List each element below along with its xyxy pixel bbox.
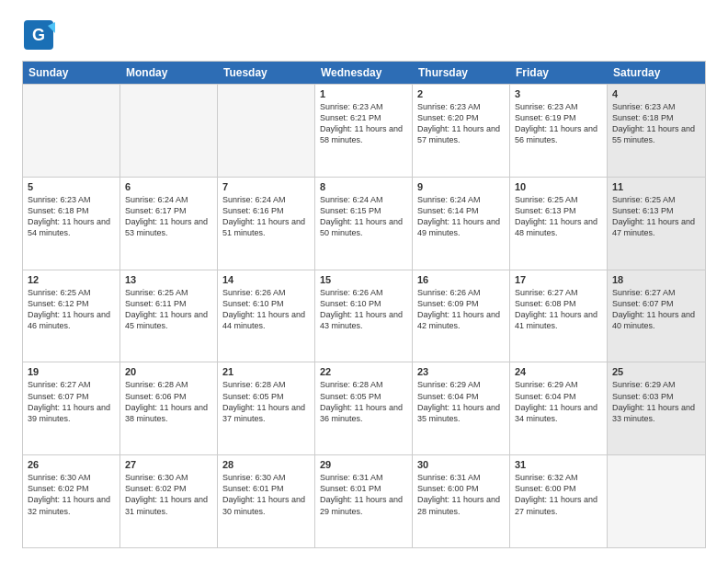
calendar-cell-14: 14Sunrise: 6:26 AMSunset: 6:10 PMDayligh… <box>218 270 315 362</box>
day-number: 18 <box>612 274 700 285</box>
calendar-header: SundayMondayTuesdayWednesdayThursdayFrid… <box>23 62 705 84</box>
cell-info: Sunrise: 6:26 AMSunset: 6:09 PMDaylight:… <box>417 287 505 332</box>
weekday-header-monday: Monday <box>120 62 218 84</box>
cell-info: Sunrise: 6:23 AMSunset: 6:18 PMDaylight:… <box>612 101 700 146</box>
cell-info: Sunrise: 6:32 AMSunset: 6:00 PMDaylight:… <box>515 472 602 517</box>
cell-info: Sunrise: 6:26 AMSunset: 6:10 PMDaylight:… <box>222 287 310 332</box>
calendar-row-1: 5Sunrise: 6:23 AMSunset: 6:18 PMDaylight… <box>23 177 705 270</box>
cell-info: Sunrise: 6:25 AMSunset: 6:12 PMDaylight:… <box>28 287 115 332</box>
calendar-cell-6: 6Sunrise: 6:24 AMSunset: 6:17 PMDaylight… <box>120 178 218 270</box>
weekday-header-wednesday: Wednesday <box>315 62 413 84</box>
day-number: 31 <box>515 459 602 470</box>
weekday-header-thursday: Thursday <box>413 62 510 84</box>
calendar-cell-24: 24Sunrise: 6:29 AMSunset: 6:04 PMDayligh… <box>510 362 608 454</box>
calendar-cell-empty-1 <box>120 85 218 177</box>
day-number: 20 <box>125 366 212 377</box>
calendar-cell-30: 30Sunrise: 6:31 AMSunset: 6:00 PMDayligh… <box>413 455 510 547</box>
calendar-cell-28: 28Sunrise: 6:30 AMSunset: 6:01 PMDayligh… <box>218 455 315 547</box>
day-number: 3 <box>515 88 602 99</box>
day-number: 13 <box>125 274 212 285</box>
cell-info: Sunrise: 6:27 AMSunset: 6:08 PMDaylight:… <box>515 287 602 332</box>
cell-info: Sunrise: 6:23 AMSunset: 6:20 PMDaylight:… <box>417 101 505 146</box>
calendar-cell-11: 11Sunrise: 6:25 AMSunset: 6:13 PMDayligh… <box>608 178 705 270</box>
page: G SundayMondayTuesdayWednesdayThursdayFr… <box>0 0 728 563</box>
calendar-cell-15: 15Sunrise: 6:26 AMSunset: 6:10 PMDayligh… <box>315 270 413 362</box>
cell-info: Sunrise: 6:24 AMSunset: 6:16 PMDaylight:… <box>222 194 310 239</box>
cell-info: Sunrise: 6:28 AMSunset: 6:05 PMDaylight:… <box>222 379 310 424</box>
cell-info: Sunrise: 6:28 AMSunset: 6:05 PMDaylight:… <box>320 379 407 424</box>
day-number: 7 <box>222 181 310 192</box>
cell-info: Sunrise: 6:25 AMSunset: 6:13 PMDaylight:… <box>612 194 700 239</box>
day-number: 25 <box>612 366 700 377</box>
calendar-row-4: 26Sunrise: 6:30 AMSunset: 6:02 PMDayligh… <box>23 454 705 547</box>
calendar-cell-9: 9Sunrise: 6:24 AMSunset: 6:14 PMDaylight… <box>413 178 510 270</box>
weekday-header-friday: Friday <box>510 62 608 84</box>
logo: G <box>22 18 59 52</box>
calendar-cell-2: 2Sunrise: 6:23 AMSunset: 6:20 PMDaylight… <box>413 85 510 177</box>
cell-info: Sunrise: 6:27 AMSunset: 6:07 PMDaylight:… <box>612 287 700 332</box>
calendar-cell-21: 21Sunrise: 6:28 AMSunset: 6:05 PMDayligh… <box>218 362 315 454</box>
day-number: 29 <box>320 459 407 470</box>
calendar-cell-empty-0 <box>23 85 120 177</box>
weekday-header-tuesday: Tuesday <box>218 62 315 84</box>
calendar-row-0: 1Sunrise: 6:23 AMSunset: 6:21 PMDaylight… <box>23 84 705 177</box>
day-number: 24 <box>515 366 602 377</box>
calendar-cell-1: 1Sunrise: 6:23 AMSunset: 6:21 PMDaylight… <box>315 85 413 177</box>
cell-info: Sunrise: 6:28 AMSunset: 6:06 PMDaylight:… <box>125 379 212 424</box>
day-number: 30 <box>417 459 505 470</box>
calendar-cell-10: 10Sunrise: 6:25 AMSunset: 6:13 PMDayligh… <box>510 178 608 270</box>
day-number: 12 <box>28 274 115 285</box>
cell-info: Sunrise: 6:29 AMSunset: 6:04 PMDaylight:… <box>515 379 602 424</box>
calendar-cell-3: 3Sunrise: 6:23 AMSunset: 6:19 PMDaylight… <box>510 85 608 177</box>
cell-info: Sunrise: 6:23 AMSunset: 6:18 PMDaylight:… <box>28 194 115 239</box>
calendar-cell-16: 16Sunrise: 6:26 AMSunset: 6:09 PMDayligh… <box>413 270 510 362</box>
cell-info: Sunrise: 6:24 AMSunset: 6:17 PMDaylight:… <box>125 194 212 239</box>
cell-info: Sunrise: 6:30 AMSunset: 6:01 PMDaylight:… <box>222 472 310 517</box>
day-number: 27 <box>125 459 212 470</box>
cell-info: Sunrise: 6:30 AMSunset: 6:02 PMDaylight:… <box>28 472 115 517</box>
calendar-cell-5: 5Sunrise: 6:23 AMSunset: 6:18 PMDaylight… <box>23 178 120 270</box>
cell-info: Sunrise: 6:31 AMSunset: 6:00 PMDaylight:… <box>417 472 505 517</box>
day-number: 8 <box>320 181 407 192</box>
calendar-cell-19: 19Sunrise: 6:27 AMSunset: 6:07 PMDayligh… <box>23 362 120 454</box>
day-number: 6 <box>125 181 212 192</box>
calendar-row-2: 12Sunrise: 6:25 AMSunset: 6:12 PMDayligh… <box>23 270 705 362</box>
weekday-header-sunday: Sunday <box>23 62 120 84</box>
cell-info: Sunrise: 6:24 AMSunset: 6:14 PMDaylight:… <box>417 194 505 239</box>
cell-info: Sunrise: 6:29 AMSunset: 6:04 PMDaylight:… <box>417 379 505 424</box>
day-number: 23 <box>417 366 505 377</box>
day-number: 4 <box>612 88 700 99</box>
calendar-cell-23: 23Sunrise: 6:29 AMSunset: 6:04 PMDayligh… <box>413 362 510 454</box>
calendar-cell-18: 18Sunrise: 6:27 AMSunset: 6:07 PMDayligh… <box>608 270 705 362</box>
cell-info: Sunrise: 6:27 AMSunset: 6:07 PMDaylight:… <box>28 379 115 424</box>
calendar-cell-8: 8Sunrise: 6:24 AMSunset: 6:15 PMDaylight… <box>315 178 413 270</box>
calendar-cell-17: 17Sunrise: 6:27 AMSunset: 6:08 PMDayligh… <box>510 270 608 362</box>
day-number: 26 <box>28 459 115 470</box>
calendar-cell-empty-6 <box>608 455 705 547</box>
cell-info: Sunrise: 6:23 AMSunset: 6:21 PMDaylight:… <box>320 101 407 146</box>
calendar-cell-25: 25Sunrise: 6:29 AMSunset: 6:03 PMDayligh… <box>608 362 705 454</box>
calendar-cell-13: 13Sunrise: 6:25 AMSunset: 6:11 PMDayligh… <box>120 270 218 362</box>
day-number: 9 <box>417 181 505 192</box>
day-number: 1 <box>320 88 407 99</box>
day-number: 17 <box>515 274 602 285</box>
day-number: 2 <box>417 88 505 99</box>
day-number: 28 <box>222 459 310 470</box>
calendar-cell-31: 31Sunrise: 6:32 AMSunset: 6:00 PMDayligh… <box>510 455 608 547</box>
day-number: 22 <box>320 366 407 377</box>
calendar-cell-20: 20Sunrise: 6:28 AMSunset: 6:06 PMDayligh… <box>120 362 218 454</box>
calendar-cell-12: 12Sunrise: 6:25 AMSunset: 6:12 PMDayligh… <box>23 270 120 362</box>
cell-info: Sunrise: 6:26 AMSunset: 6:10 PMDaylight:… <box>320 287 407 332</box>
calendar-cell-4: 4Sunrise: 6:23 AMSunset: 6:18 PMDaylight… <box>608 85 705 177</box>
calendar-cell-7: 7Sunrise: 6:24 AMSunset: 6:16 PMDaylight… <box>218 178 315 270</box>
svg-text:G: G <box>32 26 45 44</box>
calendar-row-3: 19Sunrise: 6:27 AMSunset: 6:07 PMDayligh… <box>23 362 705 454</box>
cell-info: Sunrise: 6:23 AMSunset: 6:19 PMDaylight:… <box>515 101 602 146</box>
cell-info: Sunrise: 6:29 AMSunset: 6:03 PMDaylight:… <box>612 379 700 424</box>
cell-info: Sunrise: 6:24 AMSunset: 6:15 PMDaylight:… <box>320 194 407 239</box>
day-number: 10 <box>515 181 602 192</box>
cell-info: Sunrise: 6:25 AMSunset: 6:11 PMDaylight:… <box>125 287 212 332</box>
calendar-cell-26: 26Sunrise: 6:30 AMSunset: 6:02 PMDayligh… <box>23 455 120 547</box>
cell-info: Sunrise: 6:25 AMSunset: 6:13 PMDaylight:… <box>515 194 602 239</box>
cell-info: Sunrise: 6:30 AMSunset: 6:02 PMDaylight:… <box>125 472 212 517</box>
